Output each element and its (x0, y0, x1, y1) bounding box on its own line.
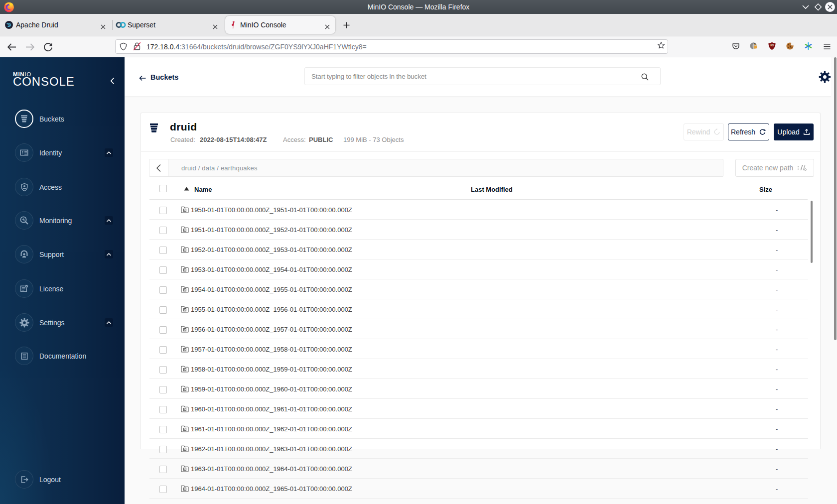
svg-text:UO: UO (770, 44, 774, 47)
